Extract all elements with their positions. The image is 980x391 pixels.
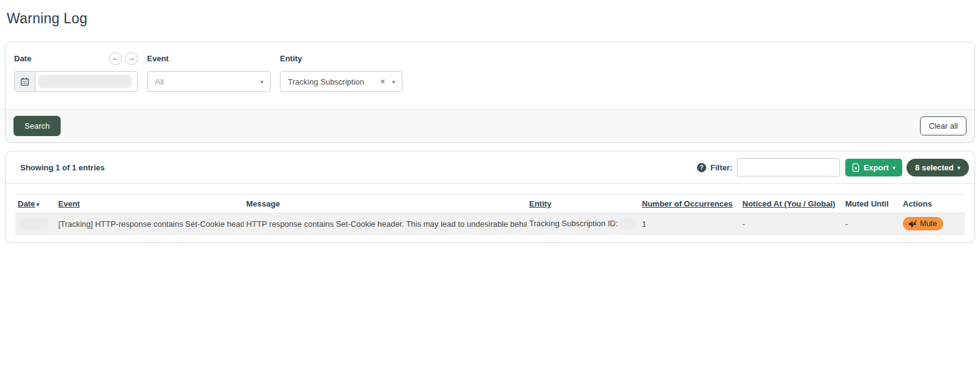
entity-id-label: Tracking Subscription ID:	[529, 218, 618, 227]
cell-event: [Tracking] HTTP-response contains Set-Co…	[56, 213, 244, 235]
table-toolbar: Showing 1 of 1 entries ? Filter: Export …	[6, 151, 974, 184]
column-header-occurrences[interactable]: Number of Occurrences	[639, 195, 740, 213]
help-icon[interactable]: ?	[697, 163, 706, 172]
column-header-date-label: Date	[18, 199, 35, 208]
cell-muted-until: -	[843, 213, 900, 235]
calendar-icon	[15, 72, 36, 91]
cell-entity: Tracking Subscription ID:	[527, 213, 639, 235]
date-nav: ← →	[109, 52, 138, 65]
export-button-label: Export	[864, 163, 889, 172]
table-row: [Tracking] HTTP-response contains Set-Co…	[15, 213, 965, 235]
search-button[interactable]: Search	[13, 116, 61, 136]
cell-occurrences: 1	[639, 213, 740, 235]
cell-actions: Mute	[900, 213, 965, 235]
column-header-actions-label: Actions	[903, 199, 932, 208]
clear-selection-icon[interactable]: ×	[380, 77, 385, 86]
page-title: Warning Log	[0, 0, 980, 27]
column-header-noticed-at-label: Noticed At (You / Global)	[742, 199, 835, 208]
columns-selected-label: 8 selected	[915, 163, 954, 172]
column-header-actions: Actions	[900, 195, 965, 213]
cell-date	[15, 213, 56, 235]
table-filter-input[interactable]	[737, 158, 840, 177]
column-header-date[interactable]: Date▾	[15, 195, 56, 213]
date-label: Date	[14, 54, 31, 63]
column-header-muted-until-label: Muted Until	[845, 199, 889, 208]
date-range-value	[36, 72, 137, 91]
filter-actions: Search Clear all	[6, 109, 974, 142]
redacted-entity-id	[620, 219, 636, 229]
chevron-down-icon: ▾	[260, 78, 263, 85]
event-select-value: All	[155, 77, 260, 86]
chevron-down-icon: ▾	[957, 164, 960, 171]
warning-log-panel: Showing 1 of 1 entries ? Filter: Export …	[5, 151, 975, 243]
entity-field: Entity Tracking Subscription × ▾	[280, 51, 402, 92]
date-range-input[interactable]	[14, 71, 138, 92]
columns-selected-button[interactable]: 8 selected ▾	[907, 159, 969, 177]
cell-noticed-at: -	[740, 213, 843, 235]
filter-panel: Date ← →	[5, 42, 975, 143]
entity-select[interactable]: Tracking Subscription × ▾	[280, 71, 402, 92]
date-field: Date ← →	[14, 51, 138, 92]
column-header-message: Message	[244, 195, 527, 213]
excel-file-icon	[852, 163, 860, 172]
event-field: Event All ▾	[147, 51, 271, 92]
mute-button-label: Mute	[920, 219, 937, 228]
event-label: Event	[147, 54, 168, 63]
column-header-occurrences-label: Number of Occurrences	[642, 199, 733, 208]
column-header-event[interactable]: Event	[56, 195, 244, 213]
filter-fields: Date ← →	[6, 42, 974, 109]
muted-speaker-icon	[908, 220, 917, 228]
column-header-muted-until: Muted Until	[843, 195, 900, 213]
column-header-entity[interactable]: Entity	[527, 195, 639, 213]
event-select[interactable]: All ▾	[147, 71, 271, 92]
redacted-date-value	[39, 75, 132, 88]
table-header-row: Date▾ Event Message Entity Number of Occ…	[15, 195, 965, 213]
entity-select-value: Tracking Subscription	[288, 77, 380, 86]
date-prev-button[interactable]: ←	[109, 52, 122, 65]
column-header-message-label: Message	[246, 199, 280, 208]
column-header-entity-label: Entity	[529, 199, 551, 208]
entries-summary: Showing 1 of 1 entries	[20, 163, 105, 172]
export-button[interactable]: Export ▾	[845, 159, 902, 177]
column-header-event-label: Event	[58, 199, 80, 208]
mute-button[interactable]: Mute	[903, 217, 943, 230]
chevron-down-icon: ▾	[392, 78, 395, 85]
warning-table: Date▾ Event Message Entity Number of Occ…	[15, 194, 965, 235]
filter-label: Filter:	[710, 163, 733, 172]
redacted-date	[18, 219, 48, 229]
sort-desc-icon: ▾	[36, 201, 39, 208]
clear-all-button[interactable]: Clear all	[920, 116, 967, 135]
date-next-button[interactable]: →	[125, 52, 138, 65]
entity-label: Entity	[280, 54, 302, 63]
column-header-noticed-at[interactable]: Noticed At (You / Global)	[740, 195, 843, 213]
warning-table-wrap: Date▾ Event Message Entity Number of Occ…	[6, 184, 974, 235]
cell-message: HTTP response contains Set-Cookie header…	[244, 213, 527, 235]
chevron-down-icon: ▾	[892, 164, 895, 171]
